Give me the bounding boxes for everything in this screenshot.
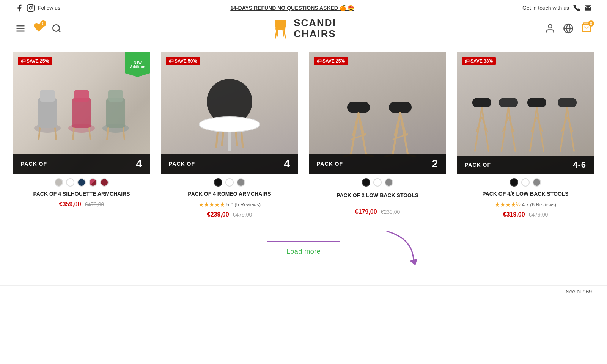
svg-line-12 (277, 30, 278, 36)
price-row-4: €319,00 €479,00 (457, 211, 594, 218)
product-image-wrapper-1[interactable]: 🏷 SAVE 25% NewAddition PACK OF 4 (13, 52, 150, 174)
pack-label-3: PACK OF 2 (309, 154, 446, 174)
rating-row-4: ★★★★½ 4.7 (6 Reviews) (457, 201, 594, 208)
swatch-black[interactable] (214, 178, 222, 187)
review-text-4: 4.7 (6 Reviews) (522, 202, 556, 207)
swatch-white[interactable] (373, 178, 382, 187)
svg-line-10 (275, 30, 277, 38)
account-icon[interactable] (545, 23, 555, 34)
svg-line-7 (58, 30, 60, 32)
product-title-1[interactable]: PACK OF 4 SILHOUETTE ARMCHAIRS (13, 190, 150, 198)
see-our-text: See our 69 (566, 289, 592, 295)
svg-line-63 (502, 107, 508, 151)
cart-count: 0 (588, 20, 594, 27)
color-swatches-1 (13, 178, 150, 187)
svg-point-6 (53, 25, 59, 31)
instagram-icon[interactable] (27, 4, 35, 12)
menu-icon[interactable] (15, 23, 26, 34)
price-current-1: €359,00 (59, 201, 81, 208)
contact-text: Get in touch with us (522, 5, 569, 11)
brand-name-line2: CHAIRS (294, 28, 336, 39)
color-swatches-3 (309, 178, 446, 187)
stars-4: ★★★★ (495, 201, 516, 208)
svg-rect-29 (106, 98, 125, 128)
review-count: 69 (586, 289, 592, 295)
svg-rect-40 (228, 132, 231, 151)
svg-line-74 (567, 107, 574, 151)
product-card-1: 🏷 SAVE 25% NewAddition PACK OF 4 PACK OF… (8, 52, 156, 226)
phone-icon[interactable] (573, 4, 580, 12)
svg-rect-49 (389, 102, 412, 113)
swatch-gray[interactable] (385, 178, 393, 187)
svg-rect-67 (527, 98, 546, 107)
svg-rect-72 (558, 98, 577, 107)
svg-line-68 (530, 107, 537, 151)
swatch-white[interactable] (66, 178, 74, 187)
swatch-pink[interactable] (89, 178, 97, 187)
product-image-wrapper-4[interactable]: 🏷 SAVE 33% PACK OF 4-6 (457, 52, 594, 174)
svg-rect-30 (108, 90, 123, 102)
swatch-gray[interactable] (237, 178, 245, 187)
top-bar-left: Follow us! (15, 4, 62, 12)
refund-banner[interactable]: 14-DAYS REFUND NO QUESTIONS ASKED 🍊 😍 (230, 5, 354, 11)
svg-rect-24 (72, 98, 91, 128)
language-icon[interactable] (563, 23, 574, 34)
new-addition-badge: NewAddition (125, 52, 150, 77)
swatch-white[interactable] (521, 178, 530, 187)
product-title-3[interactable]: PACK OF 2 LOW BACK STOOLS (309, 192, 446, 199)
chair-logo-icon (271, 17, 290, 40)
wishlist-count: 0 (40, 20, 46, 27)
product-card-4: 🏷 SAVE 33% PACK OF 4-6 PACK OF 4/6 LOW B… (451, 52, 599, 226)
pack-label-2: PACK OF 4 (161, 154, 298, 174)
product-card-3: 🏷 SAVE 25% PACK OF 2 PACK OF 2 LOW BACK … (304, 52, 451, 226)
cart-button[interactable]: 0 (581, 22, 592, 35)
price-current-3: €179,00 (355, 209, 377, 215)
header-left: 0 (15, 22, 61, 35)
price-row-1: €359,00 €479,00 (13, 201, 150, 208)
price-current-4: €319,00 (503, 211, 525, 218)
search-icon[interactable] (52, 24, 61, 33)
swatch-black[interactable] (362, 178, 370, 187)
svg-line-69 (537, 107, 544, 151)
price-original-4: €479,00 (529, 212, 548, 218)
swatch-gray[interactable] (533, 178, 541, 187)
price-row-2: €239,00 €479,00 (161, 211, 298, 218)
svg-rect-8 (275, 20, 286, 28)
rating-row-2: ★★★★★ 5.0 (5 Reviews) (161, 201, 298, 208)
svg-line-58 (475, 107, 482, 151)
swatch-red[interactable] (100, 178, 109, 187)
facebook-icon[interactable] (15, 4, 24, 12)
load-more-section: Load more (0, 226, 607, 285)
load-more-button[interactable]: Load more (267, 241, 341, 262)
swatch-navy[interactable] (77, 178, 86, 187)
brand-logo[interactable]: SCANDI CHAIRS (271, 17, 336, 40)
product-grid: 🏷 SAVE 25% NewAddition PACK OF 4 PACK OF… (0, 41, 607, 226)
save-badge-2: 🏷 SAVE 50% (166, 57, 200, 65)
svg-line-59 (482, 107, 489, 151)
arrow-indicator (379, 228, 425, 273)
product-title-4[interactable]: PACK OF 4/6 LOW BACK STOOLS (457, 190, 594, 198)
email-icon[interactable] (584, 4, 592, 12)
swatch-gray[interactable] (55, 178, 63, 187)
svg-line-11 (284, 30, 285, 38)
price-original-3: €239,00 (381, 209, 400, 215)
header: 0 SCANDI CHAIRS (0, 16, 607, 41)
svg-rect-41 (347, 102, 370, 113)
product-title-2[interactable]: PACK OF 4 ROMEO ARMCHAIRS (161, 190, 298, 198)
pack-label-1: PACK OF 4 (13, 154, 150, 174)
svg-rect-0 (27, 5, 34, 11)
stars-2: ★★★★★ (198, 201, 225, 208)
header-right: 0 (545, 22, 592, 35)
swatch-black[interactable] (510, 178, 518, 187)
wishlist-button[interactable]: 0 (33, 22, 44, 35)
svg-rect-57 (472, 98, 491, 107)
price-original-2: €479,00 (233, 212, 252, 218)
price-original-1: €479,00 (85, 201, 104, 207)
svg-rect-20 (40, 90, 55, 102)
review-text-2: 5.0 (5 Reviews) (226, 202, 261, 207)
pack-label-4: PACK OF 4-6 (457, 156, 594, 174)
product-image-wrapper-3[interactable]: 🏷 SAVE 25% PACK OF 2 (309, 52, 446, 174)
color-swatches-4 (457, 178, 594, 187)
product-image-wrapper-2[interactable]: 🏷 SAVE 50% PACK OF 4 (161, 52, 298, 174)
swatch-white[interactable] (225, 178, 234, 187)
